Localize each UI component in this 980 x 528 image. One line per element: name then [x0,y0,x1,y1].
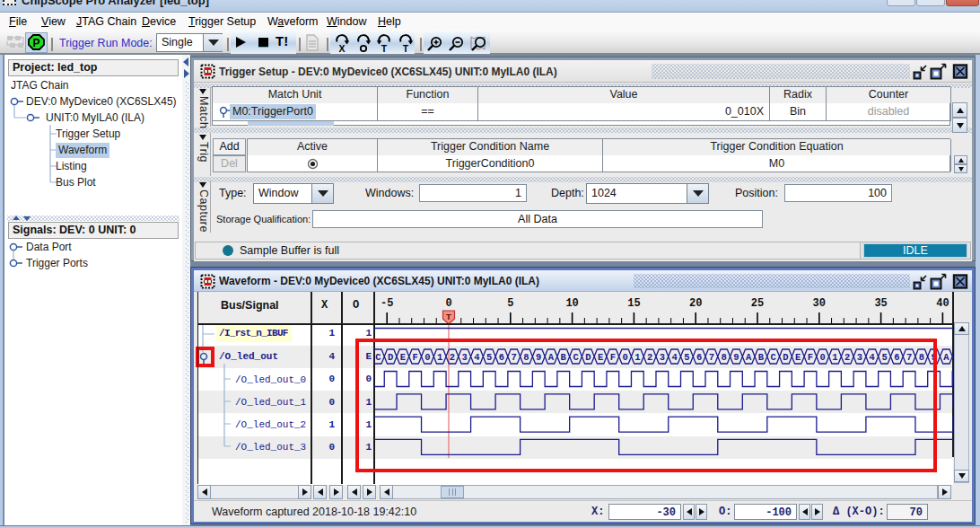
svg-text:A: A [943,352,949,363]
svg-text:25: 25 [751,297,764,310]
svg-text:T: T [403,43,409,53]
svg-text:20: 20 [689,297,702,310]
svg-text:T: T [446,312,451,321]
svg-text:35: 35 [874,297,887,310]
svg-text:X: X [338,43,345,53]
svg-text:15: 15 [627,297,640,310]
svg-text:0: 0 [445,297,451,310]
svg-text:-5: -5 [381,297,393,310]
svg-text:T: T [381,43,388,53]
svg-text:5: 5 [507,297,513,310]
svg-text:10: 10 [565,297,578,310]
svg-text:30: 30 [813,297,826,310]
svg-text:P: P [32,37,39,49]
svg-text:40: 40 [936,297,949,310]
